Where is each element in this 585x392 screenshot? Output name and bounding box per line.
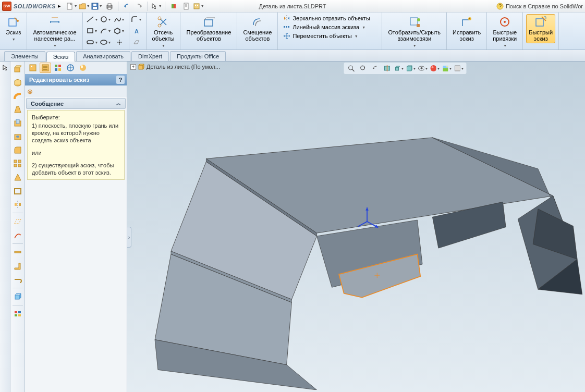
polygon-tool[interactable]: ▼ [113, 26, 126, 36]
hole-icon[interactable] [13, 131, 23, 142]
pm-section-header[interactable]: Сообщение ︽ [26, 98, 126, 109]
doc-props-button[interactable] [180, 1, 192, 11]
content-area: Редактировать эскиз ? ⊗ Сообщение ︽ Выбе… [0, 62, 585, 392]
print-button[interactable] [104, 1, 115, 11]
pm-help-button[interactable]: ? [116, 76, 125, 84]
zoom-area-icon[interactable] [358, 64, 369, 73]
rapid-label: Быстрый эскиз [529, 29, 553, 42]
svg-line-81 [352, 69, 355, 71]
new-file-button[interactable]: ▼ [66, 1, 78, 11]
trim-button[interactable]: Отсечь объекты ▼ [150, 14, 177, 51]
loft-icon[interactable] [13, 104, 23, 115]
view-settings-icon[interactable]: ▼ [454, 64, 465, 73]
rectangle-tool[interactable]: ▼ [86, 26, 99, 36]
rapid-sketch-button[interactable]: Быстрый эскиз [526, 14, 555, 43]
convert-button[interactable]: Преобразование объектов [184, 14, 234, 43]
arc-tool[interactable]: ▼ [100, 26, 112, 36]
ref-geom-icon[interactable] [13, 216, 23, 227]
tab-evaluate[interactable]: Анализировать [76, 51, 130, 61]
tree-expand-icon[interactable]: + [130, 64, 136, 70]
save-button[interactable]: ▼ [91, 1, 103, 11]
tab-office[interactable]: Продукты Office [170, 51, 226, 61]
ellipse-tool[interactable]: ▼ [100, 37, 112, 47]
pm-pushpin-icon[interactable]: ⊗ [27, 88, 33, 95]
breadcrumb-text[interactable]: Деталь из листа (По умол... [147, 64, 220, 70]
repair-sketch-button[interactable]: Исправить эскиз [450, 14, 483, 43]
mirror-feat-icon[interactable] [13, 199, 23, 210]
move-button[interactable]: Переместить объекты▼ [281, 32, 372, 40]
zoom-fit-icon[interactable] [346, 64, 357, 73]
pm-tab-feature-tree[interactable] [27, 63, 39, 73]
edit-appearance-icon[interactable]: ▼ [430, 64, 441, 73]
svg-rect-39 [417, 24, 420, 27]
sheet-flange-icon[interactable] [13, 261, 23, 271]
undo-button[interactable] [121, 1, 132, 11]
help-search-label: Поиск в Справке по SolidWor [506, 3, 583, 9]
point-tool[interactable] [113, 37, 126, 47]
instant3d-icon[interactable] [13, 291, 23, 302]
select-filter-icon[interactable] [1, 64, 9, 72]
linear-label: Линейный массив эскиза [292, 24, 359, 30]
app-logo-icon: SW [2, 2, 11, 11]
mirror-button[interactable]: Зеркально отразить объекты [281, 14, 372, 22]
help-search[interactable]: ? Поиск в Справке по SolidWor [496, 3, 585, 10]
fillet-feat-icon[interactable] [13, 145, 23, 155]
extrude-icon[interactable] [13, 64, 23, 74]
circle-tool[interactable]: ▼ [100, 14, 112, 24]
panel-flyout-handle[interactable]: › [127, 227, 131, 248]
text-tool[interactable]: A [130, 26, 143, 36]
app-menu-dropdown[interactable]: ▸ [58, 3, 61, 9]
svg-rect-34 [284, 26, 285, 28]
pm-tab-dimxpert[interactable] [65, 63, 76, 73]
open-file-button[interactable]: ▼ [79, 1, 90, 11]
rib-icon[interactable] [13, 172, 23, 182]
sheet-base-icon[interactable] [13, 247, 23, 258]
hide-show-icon[interactable]: ▼ [418, 64, 429, 73]
options-button[interactable]: ▼ [193, 1, 204, 11]
section-view-icon[interactable] [382, 64, 393, 73]
display-style-icon[interactable]: ▼ [406, 64, 417, 73]
pm-title-bar: Редактировать эскиз ? [25, 74, 127, 85]
pattern-icon[interactable] [13, 158, 23, 169]
quick-snaps-button[interactable]: Быстрые привязки ▼ [490, 14, 519, 51]
tab-dimxpert[interactable]: DimXpert [131, 51, 169, 61]
svg-rect-86 [396, 67, 399, 70]
brand-part-1: SOLID [14, 3, 32, 9]
view-orient-icon[interactable]: ▼ [394, 64, 405, 73]
fillet-tool[interactable]: ▼ [130, 14, 143, 24]
plane-tool[interactable] [130, 37, 143, 47]
collapse-icon: ︽ [116, 100, 121, 107]
graphics-viewport[interactable]: + Деталь из листа (По умол... ▼ ▼ ▼ ▼ ▼ … [127, 62, 585, 392]
line-tool[interactable]: ▼ [86, 14, 99, 24]
pm-tab-render[interactable] [77, 63, 89, 73]
slot-tool[interactable]: ▼ [86, 37, 99, 47]
svg-rect-3 [93, 4, 96, 6]
tab-features[interactable]: Элементы [4, 51, 45, 61]
curves-icon[interactable] [13, 230, 23, 240]
linear-pattern-button[interactable]: Линейный массив эскиза▼ [281, 23, 372, 31]
svg-point-89 [421, 67, 423, 69]
svg-rect-7 [172, 4, 174, 8]
redo-button[interactable] [133, 1, 145, 11]
spline-tool[interactable]: ▼ [113, 14, 126, 24]
select-button[interactable]: ▼ [151, 1, 162, 11]
rebuild-button[interactable] [168, 1, 179, 11]
config-icon[interactable] [13, 309, 23, 319]
sweep-icon[interactable] [13, 91, 23, 101]
cut-extrude-icon[interactable] [13, 118, 23, 128]
prev-view-icon[interactable] [370, 64, 381, 73]
pm-tab-config-mgr[interactable] [52, 63, 64, 73]
sheet-hem-icon[interactable] [13, 274, 23, 285]
svg-rect-54 [18, 164, 21, 167]
pm-tab-property-mgr[interactable] [40, 63, 51, 73]
revolve-icon[interactable] [13, 77, 23, 88]
svg-rect-37 [410, 18, 418, 25]
shell-icon[interactable] [13, 186, 23, 196]
smart-dimension-button[interactable]: Автоматическое нанесение ра... ▼ [30, 14, 79, 51]
sketch-button[interactable]: Эскиз ▼ [3, 14, 23, 44]
apply-scene-icon[interactable]: ▼ [442, 64, 453, 73]
offset-button[interactable]: Смещение объектов [240, 14, 274, 43]
convert-label: Преобразование объектов [186, 29, 231, 42]
display-relations-button[interactable]: Отобразить/Скрыть взаимосвязи ▼ [385, 14, 443, 51]
tab-sketch[interactable]: Эскиз [46, 52, 75, 62]
